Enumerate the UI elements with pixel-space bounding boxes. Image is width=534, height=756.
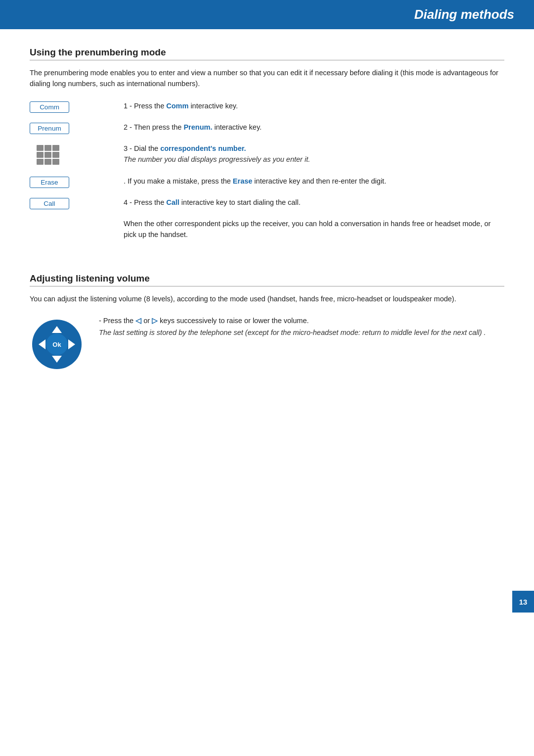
erase-text: . If you make a mistake, press the Erase… (124, 176, 504, 187)
erase-prefix: . If you make a mistake, press the (124, 177, 233, 185)
step1-text: 1 - Press the Comm interactive key. (124, 100, 504, 111)
section2-title: Adjusting listening volume (30, 273, 504, 286)
vol-prefix: - Press the (99, 317, 135, 325)
step-note: When the other correspondent picks up th… (30, 218, 504, 240)
key-cell (37, 145, 44, 151)
section1-title: Using the prenumbering mode (30, 47, 504, 60)
key-cell (52, 159, 59, 165)
step1-highlight: Comm (166, 102, 188, 110)
page-title: Dialing methods (414, 7, 514, 22)
call-button[interactable]: Call (30, 198, 69, 209)
svg-text:Ok: Ok (52, 341, 61, 348)
step2-icon-col: Prenum (30, 122, 124, 134)
step-comm: Comm 1 - Press the Comm interactive key. (30, 100, 504, 113)
step4-suffix: interactive key to start dialing the cal… (179, 198, 301, 206)
step1-suffix: interactive key. (188, 102, 238, 110)
key-cell (52, 145, 59, 151)
arrow-left-icon: ◁ (135, 317, 141, 325)
steps-list: Comm 1 - Press the Comm interactive key.… (30, 100, 504, 249)
arrow-right-icon: ▷ (152, 317, 158, 325)
erase-icon-col: Erase (30, 176, 124, 188)
key-cell (37, 152, 44, 158)
section1-intro: The prenumbering mode enables you to ent… (30, 67, 504, 90)
step1-prefix: 1 - Press the (124, 102, 166, 110)
vol-or: or (141, 317, 152, 325)
page-number-badge: 13 (512, 591, 534, 613)
main-content: Using the prenumbering mode The prenumbe… (0, 29, 534, 372)
step-erase: Erase . If you make a mistake, press the… (30, 176, 504, 188)
page-header: Dialing methods (0, 0, 534, 29)
key-cell (37, 159, 44, 165)
step3-prefix: 3 - Dial the (124, 144, 160, 152)
key-cell (52, 152, 59, 158)
vol-italic: The last setting is stored by the teleph… (99, 329, 486, 336)
step-keypad: 3 - Dial the correspondent's number. The… (30, 143, 504, 167)
key-cell (44, 152, 51, 158)
key-cell (44, 145, 51, 151)
nav-control-col: Ok (30, 315, 99, 372)
step-call: Call 4 - Press the Call interactive key … (30, 197, 504, 209)
step4-icon-col: Call (30, 197, 124, 209)
step3-icon-col (30, 143, 124, 167)
section-volume: Adjusting listening volume You can adjus… (30, 273, 504, 372)
adjusting-row: Ok - Press the ◁ or ▷ keys successively … (30, 315, 504, 372)
volume-text: - Press the ◁ or ▷ keys successively to … (99, 315, 504, 338)
step4-text: 4 - Press the Call interactive key to st… (124, 197, 504, 208)
comm-button[interactable]: Comm (30, 101, 69, 113)
note-text: When the other correspondent picks up th… (124, 218, 504, 240)
step2-suffix: interactive key. (212, 123, 262, 131)
section2-intro: You can adjust the listening volume (8 l… (30, 293, 504, 304)
erase-highlight: Erase (233, 177, 253, 185)
step1-icon-col: Comm (30, 100, 124, 113)
prenum-button[interactable]: Prenum (30, 123, 69, 134)
vol-suffix: keys successively to raise or lower the … (158, 317, 309, 325)
step2-prefix: 2 - Then press the (124, 123, 183, 131)
step3-text: 3 - Dial the correspondent's number. The… (124, 143, 504, 165)
page-number: 13 (519, 598, 528, 606)
key-cell (44, 159, 51, 165)
nav-control-icon: Ok (30, 317, 84, 372)
note-icon-col (30, 218, 124, 219)
keypad-icon (37, 145, 62, 167)
step2-text: 2 - Then press the Prenum. interactive k… (124, 122, 504, 133)
step2-highlight: Prenum. (183, 123, 212, 131)
step4-prefix: 4 - Press the (124, 198, 166, 206)
section-prenumbering: Using the prenumbering mode The prenumbe… (30, 47, 504, 249)
erase-button[interactable]: Erase (30, 177, 69, 188)
step-prenum: Prenum 2 - Then press the Prenum. intera… (30, 122, 504, 134)
step4-highlight: Call (166, 198, 179, 206)
erase-suffix: interactive key and then re-enter the di… (252, 177, 386, 185)
step3-highlight: correspondent's number. (160, 144, 246, 152)
step3-italic: The number you dial displays progressive… (124, 155, 310, 163)
